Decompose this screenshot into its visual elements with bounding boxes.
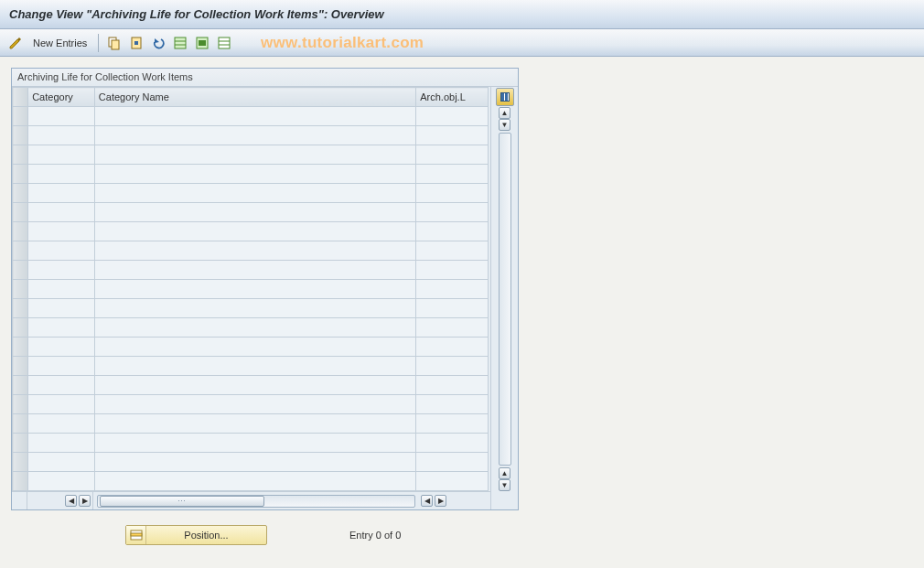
row-selector[interactable]	[13, 184, 28, 203]
row-selector[interactable]	[13, 453, 28, 472]
cell-category-name[interactable]	[94, 338, 415, 357]
row-selector[interactable]	[13, 203, 28, 222]
row-selector[interactable]	[13, 126, 28, 145]
scroll-right-icon[interactable]: ◀	[421, 495, 433, 507]
cell-category-name[interactable]	[94, 184, 415, 203]
cell-arch-obj_l[interactable]	[416, 414, 489, 434]
cell-arch-obj_l[interactable]	[416, 434, 489, 453]
row-selector[interactable]	[13, 338, 28, 357]
row-selector[interactable]	[13, 241, 28, 261]
cell-arch-obj_l[interactable]	[416, 107, 489, 126]
row-selector[interactable]	[13, 165, 28, 184]
row-selector[interactable]	[13, 376, 28, 395]
cell-category[interactable]	[28, 241, 95, 261]
new-entries-button[interactable]: New Entries	[29, 38, 91, 48]
cell-category-name[interactable]	[94, 395, 415, 414]
cell-arch-obj_l[interactable]	[416, 318, 489, 338]
row-selector[interactable]	[13, 107, 28, 126]
cell-category[interactable]	[28, 107, 95, 126]
scroll-up-step-icon[interactable]: ▼	[499, 119, 510, 131]
row-selector[interactable]	[13, 414, 28, 434]
position-button[interactable]: Position...	[125, 525, 267, 545]
cell-category-name[interactable]	[94, 126, 415, 145]
display-change-icon[interactable]	[7, 35, 24, 51]
deselect-all-icon[interactable]	[216, 35, 232, 51]
cell-category[interactable]	[28, 414, 95, 434]
table-settings-icon[interactable]	[496, 88, 514, 106]
row-selector[interactable]	[13, 395, 28, 414]
cell-arch-obj_l[interactable]	[416, 376, 489, 395]
scroll-last-icon[interactable]: ▶	[435, 495, 446, 507]
row-selector[interactable]	[13, 357, 28, 376]
cell-category-name[interactable]	[94, 203, 415, 222]
row-selector[interactable]	[13, 472, 28, 491]
cell-category-name[interactable]	[94, 165, 415, 184]
cell-category-name[interactable]	[94, 472, 415, 491]
cell-arch-obj_l[interactable]	[416, 338, 489, 357]
cell-category-name[interactable]	[94, 357, 415, 376]
cell-category[interactable]	[28, 184, 95, 203]
cell-arch-obj_l[interactable]	[416, 453, 489, 472]
copy-icon[interactable]	[106, 35, 123, 51]
cell-category-name[interactable]	[94, 376, 415, 395]
cell-category-name[interactable]	[94, 222, 415, 241]
scroll-first-icon[interactable]: ◀	[65, 495, 77, 507]
scroll-down-icon[interactable]: ▼	[499, 479, 510, 491]
select-all-icon[interactable]	[172, 35, 188, 51]
hscroll-thumb[interactable]	[100, 496, 264, 507]
cell-arch-obj_l[interactable]	[416, 165, 489, 184]
row-selector[interactable]	[13, 261, 28, 280]
cell-category[interactable]	[28, 165, 95, 184]
cell-category[interactable]	[28, 472, 95, 491]
row-selector[interactable]	[13, 222, 28, 241]
cell-category[interactable]	[28, 338, 95, 357]
cell-category[interactable]	[28, 395, 95, 414]
scroll-down-step-icon[interactable]: ▲	[499, 467, 510, 479]
cell-category-name[interactable]	[94, 280, 415, 299]
row-selector[interactable]	[13, 434, 28, 453]
col-header-arch-obj-l[interactable]: Arch.obj.L	[416, 88, 489, 107]
cell-category[interactable]	[28, 318, 95, 338]
cell-arch-obj_l[interactable]	[416, 184, 489, 203]
cell-category-name[interactable]	[94, 434, 415, 453]
row-selector[interactable]	[13, 145, 28, 165]
cell-category[interactable]	[28, 203, 95, 222]
select-block-icon[interactable]	[194, 35, 210, 51]
cell-arch-obj_l[interactable]	[416, 261, 489, 280]
scroll-up-icon[interactable]: ▲	[499, 107, 510, 119]
row-selector[interactable]	[13, 318, 28, 338]
cell-category[interactable]	[28, 261, 95, 280]
cell-category-name[interactable]	[94, 318, 415, 338]
cell-arch-obj_l[interactable]	[416, 472, 489, 491]
scroll-left-icon[interactable]: ▶	[79, 495, 91, 507]
cell-category[interactable]	[28, 434, 95, 453]
col-header-category[interactable]: Category	[28, 88, 95, 107]
row-selector[interactable]	[13, 280, 28, 299]
cell-category[interactable]	[28, 126, 95, 145]
row-header-corner[interactable]	[13, 88, 28, 107]
cell-category[interactable]	[28, 357, 95, 376]
cell-category-name[interactable]	[94, 414, 415, 434]
cell-arch-obj_l[interactable]	[416, 299, 489, 318]
cell-arch-obj_l[interactable]	[416, 222, 489, 241]
cell-category[interactable]	[28, 222, 95, 241]
cell-arch-obj_l[interactable]	[416, 145, 489, 165]
cell-category[interactable]	[28, 145, 95, 165]
vscroll-track[interactable]	[499, 133, 511, 466]
cell-category-name[interactable]	[94, 241, 415, 261]
cell-category-name[interactable]	[94, 299, 415, 318]
cell-category-name[interactable]	[94, 145, 415, 165]
row-selector[interactable]	[13, 299, 28, 318]
cell-arch-obj_l[interactable]	[416, 203, 489, 222]
cell-category[interactable]	[28, 280, 95, 299]
undo-icon[interactable]	[150, 35, 167, 51]
cell-arch-obj_l[interactable]	[416, 357, 489, 376]
cell-arch-obj_l[interactable]	[416, 280, 489, 299]
cell-category[interactable]	[28, 453, 95, 472]
cell-category[interactable]	[28, 299, 95, 318]
cell-category-name[interactable]	[94, 453, 415, 472]
hscroll-track[interactable]	[97, 495, 415, 508]
cell-arch-obj_l[interactable]	[416, 395, 489, 414]
col-header-category-name[interactable]: Category Name	[94, 88, 415, 107]
cell-arch-obj_l[interactable]	[416, 241, 489, 261]
